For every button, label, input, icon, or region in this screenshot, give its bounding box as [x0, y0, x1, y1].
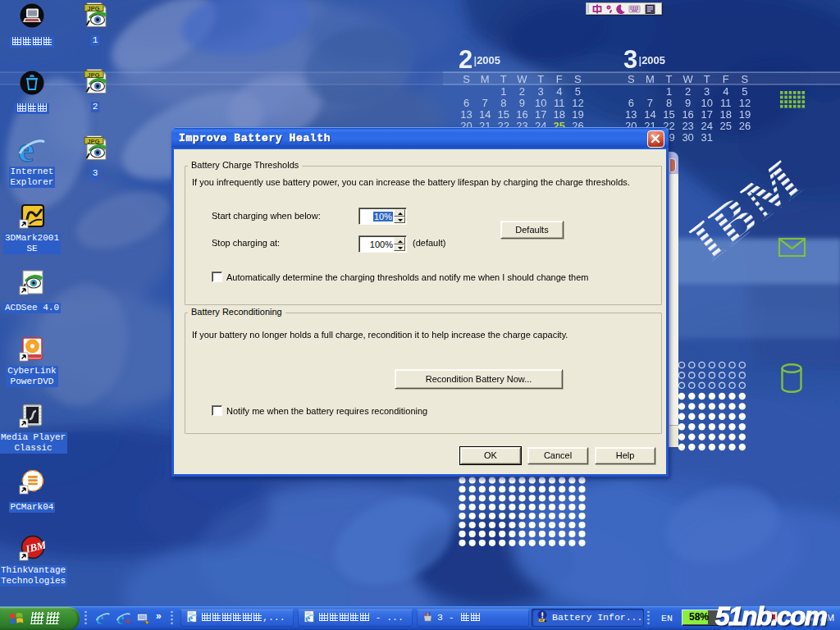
svg-text:JPG: JPG — [88, 138, 100, 145]
svg-text:JPG: JPG — [88, 71, 100, 79]
svg-text:JPG: JPG — [88, 5, 100, 12]
